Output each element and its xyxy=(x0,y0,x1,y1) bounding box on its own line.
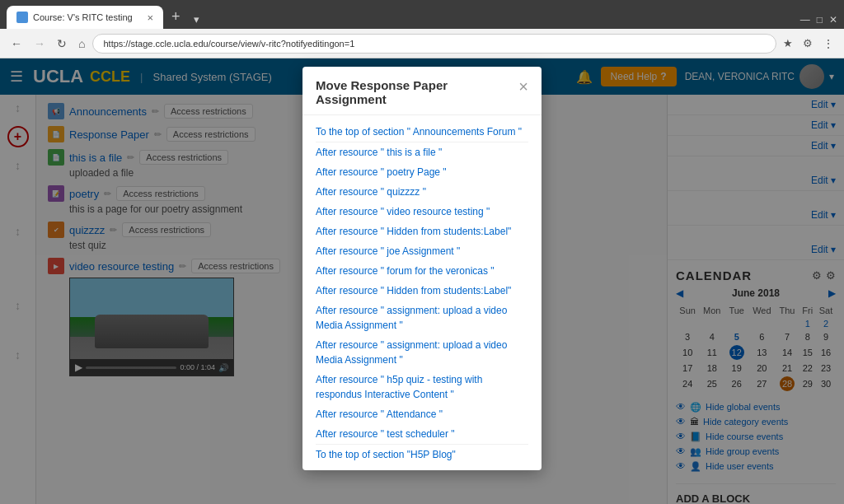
modal-link-0[interactable]: To the top of section " Announcements Fo… xyxy=(316,122,528,142)
modal-link-10[interactable]: After resource " assignment: upload a vi… xyxy=(316,335,528,370)
nav-bar: ← → ↻ ⌂ ★ ⚙ ⋮ xyxy=(0,29,844,58)
modal-link-12[interactable]: After resource " Attendance " xyxy=(316,404,528,424)
modal-link-7[interactable]: After resource " forum for the veronicas… xyxy=(316,261,528,281)
address-bar[interactable] xyxy=(92,34,776,54)
modal-title: Move Response Paper Assignment xyxy=(316,78,510,106)
maximize-icon[interactable]: □ xyxy=(817,14,823,26)
minimize-icon[interactable]: — xyxy=(800,14,810,26)
new-tab-button[interactable]: + xyxy=(163,8,189,29)
modal-link-2[interactable]: After resource " poetry Page " xyxy=(316,162,528,182)
window-controls: — □ ✕ xyxy=(800,14,837,29)
modal-link-13[interactable]: After resource " test scheduler " xyxy=(316,424,528,444)
modal-link-8[interactable]: After resource " Hidden from students:La… xyxy=(316,281,528,301)
back-button[interactable]: ← xyxy=(7,35,26,52)
modal-link-9[interactable]: After resource " assignment: upload a vi… xyxy=(316,301,528,335)
modal-link-3[interactable]: After resource " quizzzz " xyxy=(316,182,528,202)
extensions-icon[interactable]: ⚙ xyxy=(799,37,816,49)
forward-button[interactable]: → xyxy=(30,35,49,52)
close-icon[interactable]: ✕ xyxy=(829,14,837,26)
modal-link-5[interactable]: After resource " Hidden from students:La… xyxy=(316,222,528,241)
browser-tab[interactable]: Course: V's RITC testing × xyxy=(7,6,163,29)
modal-header: Move Response Paper Assignment × xyxy=(302,67,542,115)
tab-favicon xyxy=(16,12,28,23)
tab-title: Course: V's RITC testing xyxy=(33,12,142,22)
modal-dialog: Move Response Paper Assignment × To the … xyxy=(302,67,542,470)
modal-link-14[interactable]: To the top of section "H5P Blog" xyxy=(316,444,528,464)
tab-close-icon[interactable]: × xyxy=(147,12,153,24)
modal-link-11[interactable]: After resource " h5p quiz - testing with… xyxy=(316,370,528,404)
browser-chrome: Course: V's RITC testing × + ▾ — □ ✕ xyxy=(0,0,844,29)
modal-body: To the top of section " Announcements Fo… xyxy=(302,115,542,470)
modal-link-4[interactable]: After resource " video resource testing … xyxy=(316,202,528,222)
modal-overlay: Move Response Paper Assignment × To the … xyxy=(0,58,844,504)
bookmark-icon[interactable]: ★ xyxy=(780,37,796,49)
reload-button[interactable]: ↻ xyxy=(53,35,71,52)
modal-link-15[interactable]: After resource " drag the words Interact… xyxy=(316,464,528,470)
more-icon[interactable]: ⋮ xyxy=(819,37,837,50)
modal-close-button[interactable]: × xyxy=(518,78,528,95)
tab-menu-button[interactable]: ▾ xyxy=(189,13,204,29)
modal-link-6[interactable]: After resource " joe Assignment " xyxy=(316,241,528,261)
home-button[interactable]: ⌂ xyxy=(74,35,89,52)
modal-link-1[interactable]: After resource " this is a file " xyxy=(316,142,528,162)
